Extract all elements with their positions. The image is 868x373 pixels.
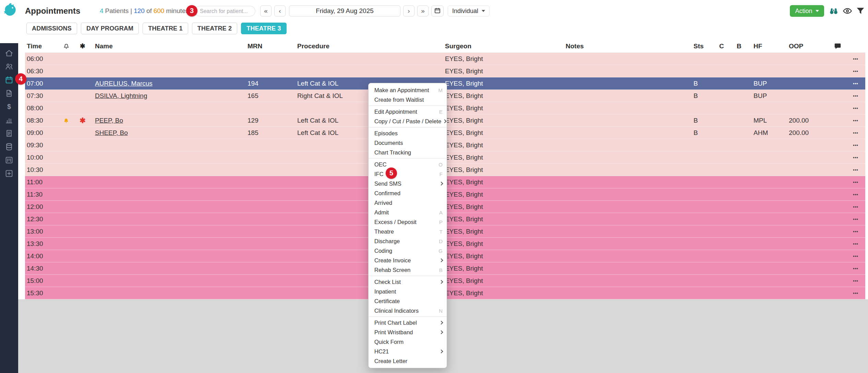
tab-day-program[interactable]: DAY PROGRAM <box>81 23 139 34</box>
eye-icon[interactable] <box>843 6 852 16</box>
table-row[interactable]: 06:00 ✱ EYES, Bright <box>25 53 865 65</box>
row-menu-button[interactable] <box>846 204 865 209</box>
menu-item-rehab-screen[interactable]: Rehab ScreenB <box>369 265 447 275</box>
row-menu-button[interactable] <box>846 180 865 185</box>
menu-item-label: Clinical Indicators <box>374 308 439 314</box>
row-menu-button[interactable] <box>846 167 865 172</box>
table-row[interactable]: 06:30 ✱ EYES, Bright <box>25 65 865 77</box>
row-menu-button[interactable] <box>846 229 865 234</box>
row-menu-button[interactable] <box>846 278 865 283</box>
row-time: 07:00 <box>25 80 58 87</box>
menu-item-chart-tracking[interactable]: Chart Tracking <box>369 148 447 157</box>
menu-item-print-wristband[interactable]: Print Wristband <box>369 327 447 337</box>
sidebar-item-document[interactable] <box>0 87 18 100</box>
chevron-down-icon <box>482 10 485 12</box>
row-surgeon: EYES, Bright <box>441 289 562 297</box>
binoculars-icon[interactable] <box>829 6 839 16</box>
row-oop: 200.00 <box>785 117 829 124</box>
menu-item-certificate[interactable]: Certificate <box>369 296 447 306</box>
sidebar-item-board[interactable] <box>0 153 18 167</box>
menu-shortcut: M <box>438 87 443 93</box>
menu-item-label: Rehab Screen <box>374 267 439 273</box>
row-menu-button[interactable] <box>846 217 865 222</box>
row-menu-button[interactable] <box>846 241 865 246</box>
menu-item-create-letter[interactable]: Create Letter <box>369 356 447 366</box>
filter-icon[interactable] <box>856 6 865 16</box>
menu-item-inpatient[interactable]: Inpatient <box>369 287 447 296</box>
menu-item-copy-cut-paste-delete[interactable]: Copy / Cut / Paste / Delete <box>369 116 447 126</box>
row-menu-button[interactable] <box>846 118 865 123</box>
patient-link[interactable]: AURELIUS, Marcus <box>95 80 153 87</box>
sidebar-item-database[interactable] <box>0 140 18 153</box>
menu-item-label: Admit <box>374 209 439 216</box>
menu-item-label: IFC <box>374 171 439 177</box>
row-surgeon: EYES, Bright <box>441 265 562 272</box>
first-day-button[interactable]: « <box>260 5 272 16</box>
menu-item-clinical-indicators[interactable]: Clinical IndicatorsN <box>369 306 447 315</box>
menu-item-ifc[interactable]: IFCF <box>369 169 447 179</box>
previous-day-button[interactable]: ‹ <box>274 5 286 16</box>
patient-link[interactable]: SHEEP, Bo <box>95 129 128 136</box>
last-day-button[interactable]: » <box>417 5 429 16</box>
sidebar-item-billing[interactable]: $ <box>0 100 18 113</box>
row-time: 06:30 <box>25 67 58 75</box>
search-input[interactable] <box>195 6 255 16</box>
next-day-button[interactable]: › <box>403 5 414 16</box>
row-menu-button[interactable] <box>846 130 865 135</box>
menu-item-edit-appointment[interactable]: Edit AppointmentE <box>369 107 447 116</box>
row-menu-button[interactable] <box>846 266 865 271</box>
action-button[interactable]: Action <box>790 5 824 17</box>
menu-item-admit[interactable]: AdmitA <box>369 208 447 217</box>
column-header-notes: Notes <box>562 42 689 50</box>
view-mode-select[interactable]: Individual <box>448 5 490 16</box>
menu-item-documents[interactable]: Documents <box>369 138 447 148</box>
tab-admissions[interactable]: ADMISSIONS <box>26 23 77 34</box>
patient-link[interactable]: PEEP, Bo <box>95 117 123 124</box>
row-menu-button[interactable] <box>846 143 865 148</box>
menu-item-episodes[interactable]: Episodes <box>369 128 447 138</box>
tab-theatre-3[interactable]: THEATRE 3 <box>241 23 286 34</box>
menu-item-coding[interactable]: CodingG <box>369 246 447 256</box>
row-menu-button[interactable] <box>846 155 865 160</box>
row-menu-button[interactable] <box>846 69 865 74</box>
menu-item-label: Create Invoice <box>374 257 438 264</box>
menu-item-excess-deposit[interactable]: Excess / DepositP <box>369 217 447 227</box>
row-menu-button[interactable] <box>846 57 865 61</box>
row-menu-button[interactable] <box>846 106 865 111</box>
menu-item-discharge[interactable]: DischargeD <box>369 236 447 246</box>
row-menu-button[interactable] <box>846 192 865 197</box>
chevron-right-icon <box>439 330 443 334</box>
menu-item-arrived[interactable]: Arrived <box>369 198 447 208</box>
row-menu-button[interactable] <box>846 291 865 296</box>
row-menu-button[interactable] <box>846 81 865 86</box>
tab-theatre-1[interactable]: THEATRE 1 <box>143 23 188 34</box>
row-surgeon: EYES, Bright <box>441 129 562 137</box>
menu-item-confirmed[interactable]: Confirmed <box>369 188 447 198</box>
menu-item-create-invoice[interactable]: Create Invoice <box>369 256 447 265</box>
sidebar-item-reports[interactable] <box>0 113 18 127</box>
menu-item-check-list[interactable]: Check List <box>369 277 447 287</box>
menu-item-make-an-appointment[interactable]: Make an AppointmentM <box>369 85 447 95</box>
menu-shortcut: B <box>439 267 443 273</box>
row-menu-button[interactable] <box>846 94 865 98</box>
sidebar-item-invoice[interactable] <box>0 127 18 140</box>
menu-item-print-chart-label[interactable]: Print Chart Label <box>369 318 447 327</box>
menu-item-create-from-waitlist[interactable]: Create from Waitlist <box>369 95 447 104</box>
tab-theatre-2[interactable]: THEATRE 2 <box>192 23 237 34</box>
patient-link[interactable]: DSILVA, Lightning <box>95 92 147 99</box>
menu-item-hc21[interactable]: HC21 <box>369 347 447 356</box>
sidebar-item-patients[interactable] <box>0 60 18 73</box>
row-menu-button[interactable] <box>846 254 865 259</box>
menu-item-send-sms[interactable]: Send SMS <box>369 179 447 188</box>
menu-item-quick-form[interactable]: Quick Form <box>369 337 447 347</box>
date-button[interactable]: Friday, 29 Aug 2025 <box>289 5 400 16</box>
annotation-badge-5: 5 <box>386 167 397 179</box>
row-hf: BUP <box>749 80 785 87</box>
row-hf: AHM <box>749 129 785 137</box>
menu-item-oec[interactable]: OECO <box>369 160 447 169</box>
sidebar-item-home[interactable] <box>0 47 18 60</box>
menu-item-label: Quick Form <box>374 339 443 345</box>
menu-item-theatre[interactable]: TheatreT <box>369 227 447 236</box>
date-picker-button[interactable] <box>431 5 444 16</box>
sidebar-item-add[interactable] <box>0 167 18 180</box>
